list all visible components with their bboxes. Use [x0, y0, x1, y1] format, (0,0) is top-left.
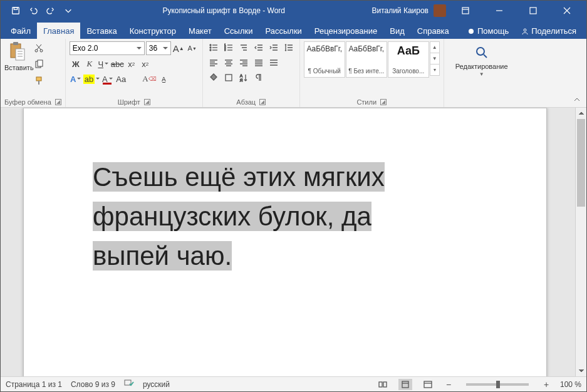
highlight-button[interactable]: ab [83, 73, 100, 85]
editing-button[interactable]: Редактирование ▼ [448, 41, 516, 77]
redo-icon[interactable] [43, 3, 58, 18]
zoom-level[interactable]: 100 % [560, 380, 581, 389]
text-effects-button[interactable]: A [70, 73, 82, 85]
styles-scroll-down[interactable]: ▼ [430, 53, 440, 64]
align-center-button[interactable] [222, 56, 236, 69]
style-preview: АаБбВвГг, [306, 44, 343, 53]
minimize-button[interactable] [485, 1, 514, 21]
font-name-select[interactable]: Exo 2.0 [70, 41, 145, 55]
scroll-down-icon[interactable] [576, 365, 586, 376]
undo-icon[interactable] [26, 3, 41, 18]
change-case-button[interactable]: Aa [115, 73, 127, 85]
save-icon[interactable] [8, 3, 23, 18]
font-size-select[interactable]: 36 [146, 41, 171, 55]
distributed-button[interactable] [267, 56, 281, 69]
styles-scroll-up[interactable]: ▲ [430, 41, 440, 53]
maximize-button[interactable] [519, 1, 548, 21]
style-no-spacing[interactable]: АаБбВвГг, ¶ Без инте... [346, 41, 387, 78]
zoom-handle[interactable] [496, 381, 500, 388]
bullets-button[interactable] [207, 41, 221, 54]
ribbon-options-icon[interactable] [451, 1, 480, 21]
styles-dialog-launcher[interactable] [380, 99, 387, 105]
svg-point-16 [210, 49, 211, 51]
scroll-thumb[interactable] [577, 119, 585, 207]
svg-rect-13 [36, 77, 41, 81]
web-layout-button[interactable] [421, 379, 435, 390]
strikethrough-button[interactable]: abc [111, 58, 124, 70]
superscript-button[interactable]: x2 [139, 58, 152, 70]
close-button[interactable] [553, 1, 581, 21]
collapse-ribbon-button[interactable] [573, 96, 581, 105]
styles-gallery-spinner: ▲ ▼ ▾ [430, 41, 440, 75]
page-count[interactable]: Страница 1 из 1 [6, 380, 62, 389]
style-heading1[interactable]: АаБ Заголово... [388, 41, 429, 78]
share-button[interactable]: Поделиться [515, 23, 583, 39]
shrink-font-button[interactable]: A▼ [186, 42, 199, 54]
decrease-indent-button[interactable] [252, 41, 266, 54]
format-painter-button[interactable] [32, 74, 46, 88]
zoom-in-button[interactable]: + [541, 379, 551, 389]
qat-customize-icon[interactable] [61, 3, 76, 18]
align-left-button[interactable] [207, 56, 221, 69]
align-right-button[interactable] [237, 56, 251, 69]
numbering-button[interactable]: 123 [222, 41, 236, 54]
spellcheck-icon[interactable] [124, 379, 134, 389]
italic-button[interactable]: К [83, 58, 96, 70]
tab-view[interactable]: Вид [383, 23, 411, 39]
show-marks-button[interactable] [252, 71, 266, 84]
svg-text:3: 3 [224, 48, 226, 51]
sort-button[interactable]: AЯ [237, 71, 251, 84]
svg-point-15 [210, 47, 211, 48]
tell-me-button[interactable]: Помощь [461, 23, 515, 39]
grow-font-button[interactable]: A▲ [172, 42, 185, 54]
bold-button[interactable]: Ж [70, 58, 82, 70]
print-layout-button[interactable] [398, 379, 412, 390]
style-preview: АаБ [390, 44, 427, 58]
tab-mailings[interactable]: Рассылки [259, 23, 308, 39]
language-status[interactable]: русский [143, 380, 170, 389]
page-scroll[interactable]: Съешь ещё этих мягких французских булок,… [1, 108, 575, 376]
styles-expand[interactable]: ▾ [430, 64, 440, 76]
tab-review[interactable]: Рецензирование [308, 23, 383, 39]
style-normal[interactable]: АаБбВвГг, ¶ Обычный [304, 41, 345, 78]
tab-home[interactable]: Главная [37, 23, 80, 39]
shading-button[interactable] [207, 71, 221, 84]
increase-indent-button[interactable] [267, 41, 281, 54]
tab-help[interactable]: Справка [411, 23, 455, 39]
user-avatar[interactable] [434, 4, 446, 17]
cut-button[interactable] [32, 41, 46, 55]
phonetic-guide-button[interactable]: A̲ [158, 73, 170, 85]
svg-rect-12 [38, 60, 43, 66]
multilevel-list-button[interactable] [237, 41, 251, 54]
clipboard-dialog-launcher[interactable] [55, 99, 61, 105]
page[interactable]: Съешь ещё этих мягких французских булок,… [23, 108, 547, 376]
subscript-button[interactable]: x2 [125, 58, 138, 70]
clear-formatting-button[interactable]: A⌫ [142, 73, 156, 85]
font-dialog-launcher[interactable] [144, 99, 150, 105]
tell-me-label: Помощь [477, 26, 509, 36]
paragraph-dialog-launcher[interactable] [259, 99, 266, 105]
zoom-slider[interactable] [466, 383, 529, 386]
document-text[interactable]: Съешь ещё этих мягких французских булок,… [93, 157, 502, 276]
svg-point-4 [469, 29, 474, 34]
justify-button[interactable] [252, 56, 266, 69]
tab-layout[interactable]: Макет [182, 23, 218, 39]
copy-button[interactable] [32, 58, 46, 71]
scroll-up-icon[interactable] [576, 108, 586, 119]
line-spacing-button[interactable] [282, 41, 296, 54]
text-line: выпей чаю. [93, 241, 232, 271]
tab-design[interactable]: Конструктор [123, 23, 182, 39]
zoom-out-button[interactable]: − [444, 379, 454, 389]
underline-button[interactable]: Ч [97, 58, 110, 70]
read-mode-button[interactable] [376, 379, 390, 390]
paste-button[interactable]: Вставить [4, 41, 29, 88]
font-color-button[interactable]: A [101, 73, 113, 85]
tab-file[interactable]: Файл [4, 23, 37, 39]
vertical-scrollbar[interactable] [575, 108, 586, 376]
tab-references[interactable]: Ссылки [218, 23, 259, 39]
tab-insert[interactable]: Вставка [80, 23, 123, 39]
borders-button[interactable] [222, 71, 236, 84]
user-name: Виталий Каиров [371, 6, 429, 15]
word-count[interactable]: Слово 9 из 9 [71, 380, 115, 389]
svg-rect-1 [14, 8, 17, 10]
